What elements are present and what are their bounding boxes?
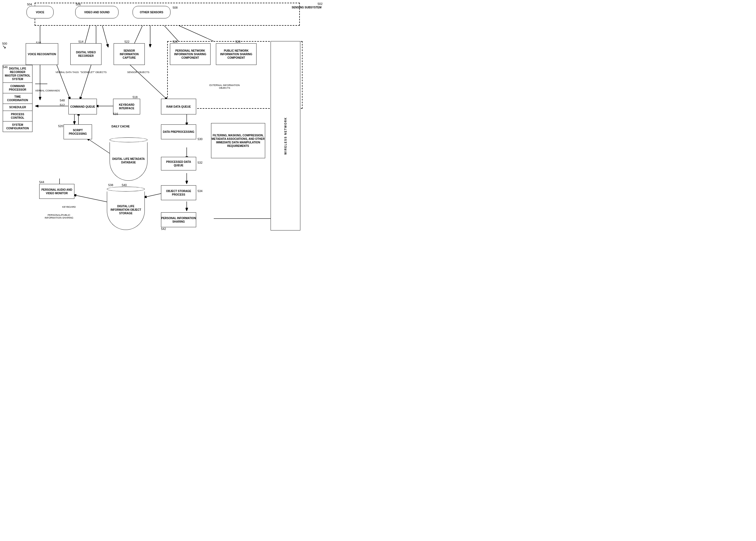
dl-metadata-db-body: DIGITAL LIFE METADATA DATABASE bbox=[110, 142, 148, 181]
verbal-data-tags-label: VERBAL DATA TAGS bbox=[55, 71, 79, 74]
scenelet-objects-label: "SCENELET" OBJECTS bbox=[80, 71, 107, 74]
ref-512: 512 bbox=[60, 103, 65, 107]
ref-532: 532 bbox=[198, 161, 202, 164]
diagram-container: 500 ↘ SENSING SUBSYSTEM 502 VOICE 504 VI… bbox=[0, 0, 325, 233]
ref-504: 504 bbox=[27, 3, 32, 6]
raw-data-queue-box: RAW DATA QUEUE bbox=[161, 99, 196, 114]
voice-box: VOICE bbox=[27, 6, 54, 18]
ref-544: 544 bbox=[39, 181, 44, 184]
dl-info-storage-top bbox=[107, 187, 145, 192]
processed-data-queue-box: PROCESSED DATA QUEUE bbox=[161, 157, 196, 171]
ref-516: 516 bbox=[113, 112, 118, 116]
ref-514: 514 bbox=[79, 40, 83, 43]
ref-546: 546 bbox=[3, 66, 8, 69]
verbal-commands-label: VERBAL COMMANDS bbox=[35, 89, 60, 92]
external-info-objects-label: EXTERNAL INFORMATION OBJECTS bbox=[206, 84, 244, 89]
sidebar-item-scheduler: SCHEDULER bbox=[3, 104, 32, 111]
ref-530: 530 bbox=[198, 137, 202, 141]
ref-534: 534 bbox=[198, 189, 202, 193]
voice-recognition-box: VOICE RECOGNITION bbox=[26, 43, 58, 65]
ref-538: 538 bbox=[108, 184, 113, 187]
ref-518: 518 bbox=[133, 96, 138, 99]
ref-502: 502 bbox=[318, 2, 323, 5]
svg-line-12 bbox=[80, 62, 92, 100]
digital-video-recorder-box: DIGITAL VIDEO RECORDER bbox=[70, 43, 102, 65]
sensor-objects-label: SENSOR OBJECTS bbox=[127, 71, 149, 74]
personal-info-sharing-box: PERSONAL INFORMATION SHARING bbox=[161, 212, 196, 227]
personal-public-label: PERSONAL/PUBLIC INFORMATION SHARING bbox=[40, 214, 78, 219]
personal-audio-video-box: PERSONAL AUDIO AND VIDEO MONITOR bbox=[39, 184, 74, 199]
ref-548: 548 bbox=[60, 99, 65, 102]
personal-network-box: PERSONAL NETWORK INFORMATION SHARING COM… bbox=[170, 43, 211, 65]
ref-506: 506 bbox=[76, 3, 81, 6]
ref-526: 526 bbox=[173, 40, 178, 43]
ref-528: 528 bbox=[236, 40, 240, 43]
public-network-box: PUBLIC NETWORK INFORMATION SHARING COMPO… bbox=[216, 43, 257, 65]
ref-520: 520 bbox=[58, 125, 63, 128]
video-sound-box: VIDEO AND SOUND bbox=[75, 6, 119, 18]
command-queue-box: COMMAND QUEUE bbox=[68, 99, 97, 114]
sidebar-item-time-coordination: TIME COORDINATION bbox=[3, 93, 32, 104]
ref-522: 522 bbox=[125, 40, 129, 43]
sidebar-item-process-control: PROCESS CONTROL bbox=[3, 111, 32, 122]
sidebar: DIGITAL LIFE RECORDER MASTER CONTROL SYS… bbox=[3, 65, 32, 132]
sidebar-item-system-config: SYSTEM CONFIGURATION bbox=[3, 122, 32, 132]
sidebar-item-command-processor: COMMAND PROCESSOR bbox=[3, 83, 32, 93]
daily-cache-label: DAILY CACHE bbox=[112, 125, 130, 128]
object-storage-process-box: OBJECT STORAGE PROCESS bbox=[161, 185, 196, 200]
keyboard-label: KEYBOARD bbox=[62, 206, 76, 208]
sensing-subsystem-label: SENSING SUBSYSTEM bbox=[292, 6, 322, 9]
filtering-box: FILTERING, MASKING, COMPRESSION, METADAT… bbox=[211, 123, 265, 158]
ref-540: 540 bbox=[122, 184, 127, 187]
ref-542: 542 bbox=[161, 227, 166, 231]
dl-info-storage-body: DIGITAL LIFE INFORMATION OBJECT STORAGE bbox=[107, 192, 145, 230]
dl-metadata-db-top bbox=[110, 137, 148, 142]
other-sensors-box: OTHER SENSORS bbox=[133, 6, 171, 18]
svg-line-13 bbox=[127, 62, 168, 100]
ref-508: 508 bbox=[173, 6, 178, 9]
sensor-info-capture-box: SENSOR INFORMATION CAPTURE bbox=[114, 43, 145, 65]
data-preprocessing-box: DATA PREPROCESSING bbox=[161, 125, 196, 139]
wireless-network-box: WIRELESS NETWORK bbox=[271, 41, 300, 231]
script-processing-box: SCRIPT PROCESSING bbox=[64, 125, 92, 139]
